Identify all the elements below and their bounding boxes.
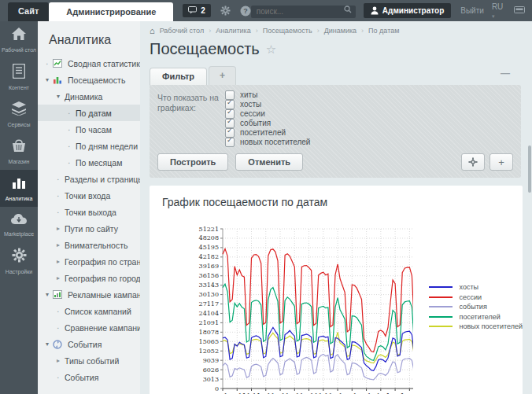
tab-administration[interactable]: Администрирование [49,2,173,21]
filter-checkbox-row[interactable]: ✓хосты [225,100,310,109]
document-icon [13,64,25,82]
filter-panel: Что показать на графиках: хиты✓хосты✓сес… [150,85,521,178]
legend-swatch [429,316,453,318]
sidebar-item[interactable]: ▪Точки входа [38,187,140,204]
sidebar-item[interactable]: ▪По дням недели [38,138,140,154]
svg-text:12052: 12052 [199,348,219,355]
sidebar-item[interactable]: ▪Сводная статистика [38,55,140,72]
hotkeys-icon[interactable] [514,6,525,15]
notifications-button[interactable]: 2 [183,4,211,17]
colbars-icon [53,75,62,84]
svg-text:36156: 36156 [199,272,219,279]
rail-item-gear[interactable]: Настройки [0,242,38,280]
filter-checkbox-row[interactable]: ✓сессии [225,109,310,118]
breadcrumb-separator: › [256,27,258,35]
svg-text:48208: 48208 [199,234,219,241]
svg-text:33143: 33143 [199,282,219,289]
svg-text:15065: 15065 [199,338,219,345]
expand-arrow-icon[interactable]: ▸ [54,241,62,249]
rail-item-label: Контент [2,85,36,91]
sidebar-item[interactable]: ▾Посещаемость [38,72,140,88]
language-selector[interactable]: RU ▾ [492,2,503,20]
add-field-button[interactable]: + [490,153,513,171]
collapse-filter-button[interactable]: — [501,68,510,79]
rail-item-layers[interactable]: Сервисы [0,96,38,133]
rail-item-home[interactable]: Рабочий стол [0,21,38,58]
legend-swatch [429,326,453,327]
collapse-arrow-icon[interactable]: ▾ [54,93,62,100]
help-icon[interactable]: ? [240,6,251,17]
breadcrumb-item[interactable]: Посещаемость [263,27,312,35]
sidebar-item[interactable]: ▪События [38,369,140,385]
legend-entry: новых посетителей [429,322,523,332]
sidebar-item[interactable]: ▾Динамика [38,88,140,105]
expand-arrow-icon[interactable]: ▸ [54,274,62,282]
checkbox-checked[interactable]: ✓ [225,138,235,147]
search-input[interactable] [251,6,356,18]
analytics-sidebar: Аналитика ▪Сводная статистика▾Посещаемос… [38,21,141,394]
expand-arrow-icon[interactable]: ▸ [54,357,62,364]
series-события [223,354,413,380]
expand-arrow-icon[interactable]: ▸ [54,258,62,265]
checkbox-label: новых посетителей [240,138,310,146]
svg-text:45195: 45195 [199,244,219,251]
sidebar-item-label: Точки входа [65,191,110,201]
sidebar-item[interactable]: ▸Внимательность [38,237,140,253]
filter-checkbox-row[interactable]: хиты [225,90,310,99]
filter-settings-button[interactable] [461,153,485,171]
svg-text:30130: 30130 [199,291,219,298]
stats-icon [53,59,62,68]
breadcrumb-item[interactable]: По датам [368,27,399,35]
collapse-arrow-icon[interactable]: ▾ [43,341,51,348]
favorite-star-icon[interactable]: ☆ [266,42,276,57]
rail-item-cart[interactable]: Магазин [0,133,38,170]
rail-item-bars[interactable]: Аналитика [0,170,38,207]
sidebar-item[interactable]: ▪По датам [38,105,140,121]
expand-arrow-icon[interactable]: ▸ [54,225,62,232]
rail-item-document[interactable]: Контент [0,58,38,96]
breadcrumb-item[interactable]: Рабочий стол [160,27,205,35]
build-button[interactable]: Построить [157,153,228,171]
sidebar-item[interactable]: ▸Типы событий [38,352,140,369]
filter-checkbox-row[interactable]: ✓посетителей [225,128,310,137]
scrollbar-thumb[interactable] [528,145,531,193]
bullet-icon: ▪ [65,126,73,134]
user-icon [371,6,379,15]
sidebar-item[interactable]: ▪Список кампаний [38,303,140,319]
search-box [251,3,356,18]
collapse-arrow-icon[interactable]: ▾ [43,291,51,298]
sidebar-item[interactable]: ▸Пути по сайту [38,220,140,237]
breadcrumb-item[interactable]: Динамика [324,27,357,35]
sidebar-item[interactable]: ▾События [38,336,140,352]
home-icon[interactable]: ⌂ [150,28,155,35]
sidebar-item-label: По датам [76,109,112,118]
rail-item-cloud[interactable]: Marketplace [0,207,38,242]
tab-filter[interactable]: Фильтр [150,68,207,85]
sidebar-item-label: Сравнение кампаний [65,323,141,333]
user-menu-button[interactable]: Администратор [364,3,451,18]
legend-entry: посетителей [429,312,523,322]
sidebar-item[interactable]: ▸География по странам [38,253,140,270]
sidebar-item[interactable]: ▸География по городам [38,270,140,286]
sidebar-item[interactable]: ▪Разделы и страницы [38,171,140,187]
filter-checkbox-row[interactable]: ✓новых посетителей [225,138,310,146]
collapse-arrow-icon[interactable]: ▾ [43,76,51,83]
sidebar-item-label: По месяцам [76,158,122,168]
sidebar-title: Аналитика [38,21,140,55]
breadcrumb-item[interactable]: Аналитика [216,27,251,35]
sidebar-item[interactable]: ▪Точки выхода [38,204,140,220]
cancel-button[interactable]: Отменить [235,153,303,171]
filter-question-label: Что показать на графиках: [157,90,225,146]
add-filter-tab-button[interactable]: + [209,66,236,85]
sidebar-item[interactable]: ▪Сравнение кампаний [38,319,140,336]
filter-checkbox-row[interactable]: ✓события [225,119,310,127]
sidebar-item-label: Точки выхода [65,208,116,217]
sidebar-item[interactable]: ▪По часам [38,121,140,138]
breadcrumb: ⌂Рабочий стол›Аналитика›Посещаемость›Дин… [150,27,532,35]
logout-link[interactable]: Выйти [460,6,484,15]
search-icon[interactable] [344,6,352,13]
settings-gear-icon[interactable] [220,6,231,16]
sidebar-item[interactable]: ▪По месяцам [38,154,140,171]
sidebar-item[interactable]: ▾Рекламные кампании [38,286,140,303]
tab-site[interactable]: Сайт [8,2,49,21]
